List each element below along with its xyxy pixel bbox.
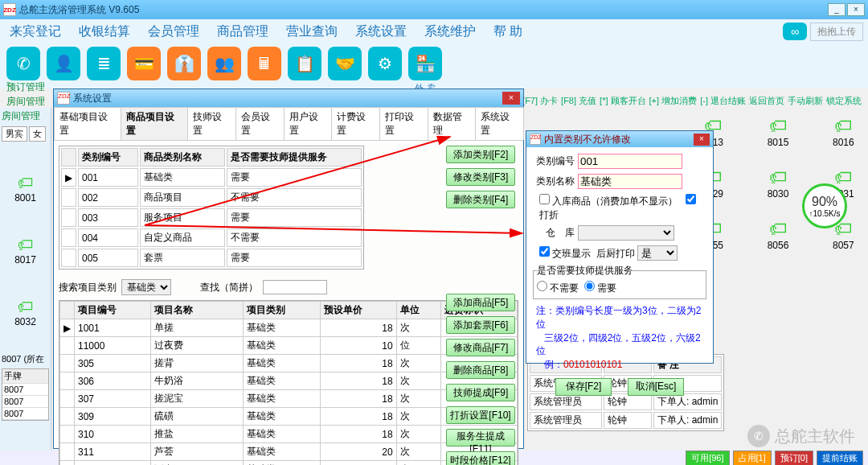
table-cell[interactable]: 003 [78, 208, 138, 227]
tab-basic[interactable]: 基础项目设置 [54, 107, 121, 140]
tool-staff-icon[interactable]: 👔 [167, 47, 201, 80]
room-cell[interactable]: 8057 [833, 240, 854, 251]
table-cell[interactable]: 需要 [227, 208, 362, 227]
table-cell[interactable]: 次 [396, 355, 440, 372]
table-cell[interactable]: 次 [396, 426, 440, 443]
add-category-button[interactable]: 添加类别[F2] [446, 146, 515, 163]
tab-user[interactable]: 用户设置 [284, 107, 333, 140]
chip-early[interactable]: 提前结账 [817, 451, 863, 466]
table-cell[interactable] [60, 372, 75, 390]
table-cell[interactable]: 不需要 [227, 188, 362, 207]
room-cell[interactable]: 8015 [768, 137, 789, 148]
table-cell[interactable] [60, 443, 75, 461]
table-cell[interactable] [61, 228, 76, 247]
table-cell[interactable]: 001 [78, 168, 138, 187]
table-cell[interactable]: 芦荟 [151, 443, 244, 461]
table-cell[interactable]: 18 [320, 408, 396, 426]
table-cell[interactable]: 311 [75, 443, 151, 461]
tool-phone-icon[interactable]: ✆ [6, 47, 40, 80]
table-cell[interactable]: 307 [75, 390, 151, 408]
table-cell[interactable]: 20 [320, 443, 396, 461]
table-cell[interactable]: 次 [396, 461, 440, 466]
room-8017[interactable]: 8017 [14, 254, 36, 265]
table-cell[interactable]: 基础类 [244, 355, 320, 372]
tool-handshake-icon[interactable]: 🤝 [328, 47, 362, 80]
table-cell[interactable] [60, 426, 75, 443]
table-cell[interactable]: 基础类 [244, 443, 320, 461]
tool-gear-icon[interactable]: ⚙ [368, 47, 402, 80]
tab-product[interactable]: 商品项目设置 [121, 107, 188, 140]
table-cell[interactable]: 基础类 [244, 390, 320, 408]
chip-available[interactable]: 可用[96] [686, 451, 729, 466]
table-cell[interactable]: 1001 [75, 319, 151, 337]
tab-data[interactable]: 数据管理 [428, 107, 477, 140]
table-cell[interactable]: 次 [396, 443, 440, 461]
tab-print[interactable]: 打印设置 [379, 107, 428, 140]
table-cell[interactable]: 单搓 [151, 319, 244, 337]
chk-shift[interactable]: 交班显示 [539, 248, 591, 259]
find-input[interactable] [263, 280, 327, 294]
add-ticket-button[interactable]: 添加套票[F6] [446, 316, 515, 334]
table-cell[interactable]: 005 [78, 249, 138, 267]
fkey-home[interactable]: 返回首页 [749, 95, 784, 107]
menu-product[interactable]: 商品管理 [212, 22, 273, 42]
hand-row[interactable]: 8007 [2, 396, 48, 408]
table-cell[interactable]: 需要 [227, 249, 362, 267]
table-cell[interactable]: 不需要 [227, 228, 362, 247]
table-cell[interactable]: 次 [396, 372, 440, 390]
tab-female[interactable]: 女 [29, 126, 46, 142]
table-cell[interactable]: 自定义商品 [140, 228, 225, 247]
time-price-button[interactable]: 时段价格[F12] [446, 451, 515, 465]
tool-wallet-icon[interactable]: 💳 [127, 47, 161, 80]
table-cell[interactable]: 需要 [227, 168, 362, 187]
tab-tech[interactable]: 技师设置 [187, 107, 236, 140]
table-cell[interactable]: 基础类 [244, 461, 320, 466]
hand-row[interactable]: 8007 [2, 384, 48, 396]
table-cell[interactable]: 18 [320, 372, 396, 390]
table-cell[interactable]: 基础类 [140, 168, 225, 187]
syswin-close-button[interactable]: × [502, 92, 520, 105]
table-cell[interactable]: 基础类 [244, 408, 320, 426]
upload-button[interactable]: 抱抱上传 [810, 23, 863, 41]
tab-male[interactable]: 男宾 [2, 126, 27, 142]
table-cell[interactable]: 基础类 [244, 319, 320, 337]
cloud-icon[interactable]: ∞ [783, 23, 807, 40]
tab-fee[interactable]: 计费设置 [331, 107, 380, 140]
room-8032[interactable]: 8032 [14, 316, 36, 327]
dlg-print-select[interactable]: 是 [637, 245, 678, 261]
tool-clipboard-icon[interactable]: 📋 [288, 47, 321, 80]
waiter-commission-button[interactable]: 服务生提成[F11] [446, 429, 515, 446]
table-cell[interactable]: 位 [396, 337, 440, 355]
tech-commission-button[interactable]: 技师提成[F9] [446, 384, 515, 401]
table-cell[interactable]: 套票 [140, 249, 225, 267]
delete-category-button[interactable]: 删除类别[F4] [446, 191, 515, 208]
table-cell[interactable]: 18 [320, 355, 396, 372]
discount-button[interactable]: 打折设置[F10] [446, 406, 515, 424]
fkey-f8[interactable]: [F8] 充值 [561, 95, 596, 107]
table-cell[interactable] [61, 208, 76, 227]
table-cell[interactable]: 10 [320, 337, 396, 355]
chip-reserved[interactable]: 预订[0] [775, 451, 813, 466]
radio-noneed[interactable]: 不需要 [537, 282, 579, 294]
tool-calc-icon[interactable]: 🖩 [248, 47, 281, 80]
table-cell[interactable]: 次 [396, 319, 440, 337]
room-8001[interactable]: 8001 [14, 192, 36, 204]
edit-product-button[interactable]: 修改商品[F7] [446, 339, 515, 356]
menu-guest[interactable]: 来宾登记 [5, 22, 66, 42]
fkey-refresh[interactable]: 手动刷新 [788, 95, 823, 107]
table-cell[interactable]: ▶ [61, 168, 76, 187]
table-cell[interactable]: 306 [75, 372, 151, 390]
tool-shop-icon[interactable]: 🏪 [408, 47, 442, 80]
table-cell[interactable]: 基础类 [244, 372, 320, 390]
category-table[interactable]: 类别编号 商品类别名称 是否需要技师提供服务 ▶001基础类需要002商品项目不… [59, 146, 364, 270]
room-cell[interactable]: 8030 [768, 188, 789, 200]
tab-sys[interactable]: 系统设置 [475, 107, 524, 140]
fkey-checkout[interactable]: [-] 退台结账 [700, 95, 746, 107]
room-cell[interactable]: 8056 [768, 240, 789, 251]
dlg-code-input[interactable] [578, 154, 682, 169]
table-cell[interactable]: 58 [320, 461, 396, 466]
table-cell[interactable]: 基础类 [244, 337, 320, 355]
table-cell[interactable]: 次 [396, 408, 440, 426]
add-product-button[interactable]: 添加商品[F5] [446, 294, 515, 311]
table-cell[interactable]: 搓泥宝 [151, 390, 244, 408]
